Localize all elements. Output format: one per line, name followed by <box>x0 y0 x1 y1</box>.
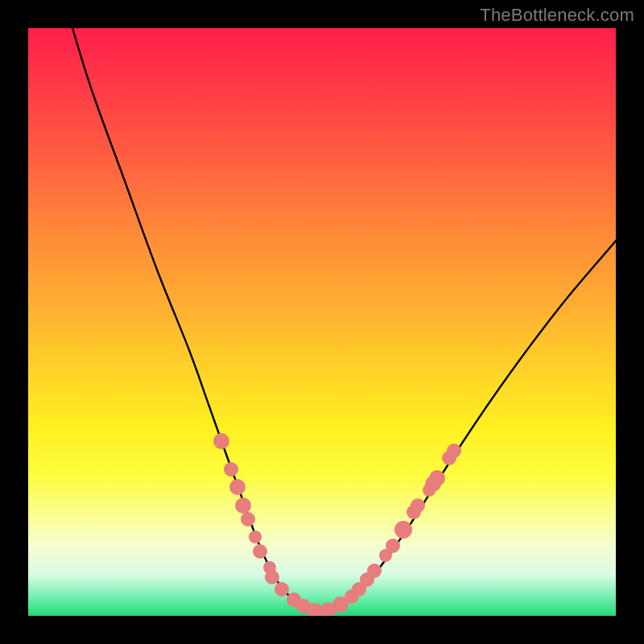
data-marker <box>229 479 246 495</box>
curves-group <box>72 28 616 613</box>
plot-area <box>28 28 616 616</box>
data-marker <box>235 497 251 514</box>
data-marker <box>411 498 425 513</box>
data-marker <box>253 544 267 559</box>
data-marker <box>429 470 445 486</box>
curve-svg <box>28 28 616 616</box>
markers-group <box>213 433 461 616</box>
chart-frame: TheBottleneck.com <box>0 0 644 644</box>
data-marker <box>386 539 400 553</box>
data-marker <box>224 462 238 477</box>
data-marker <box>394 521 412 539</box>
left-curve <box>72 28 316 613</box>
data-marker <box>213 433 229 449</box>
data-marker <box>367 564 382 578</box>
data-marker <box>447 444 461 458</box>
data-marker <box>241 512 255 526</box>
right-curve <box>316 239 616 613</box>
data-marker <box>249 530 262 543</box>
data-marker <box>275 582 289 597</box>
watermark-text: TheBottleneck.com <box>480 5 634 26</box>
data-marker <box>265 570 279 584</box>
